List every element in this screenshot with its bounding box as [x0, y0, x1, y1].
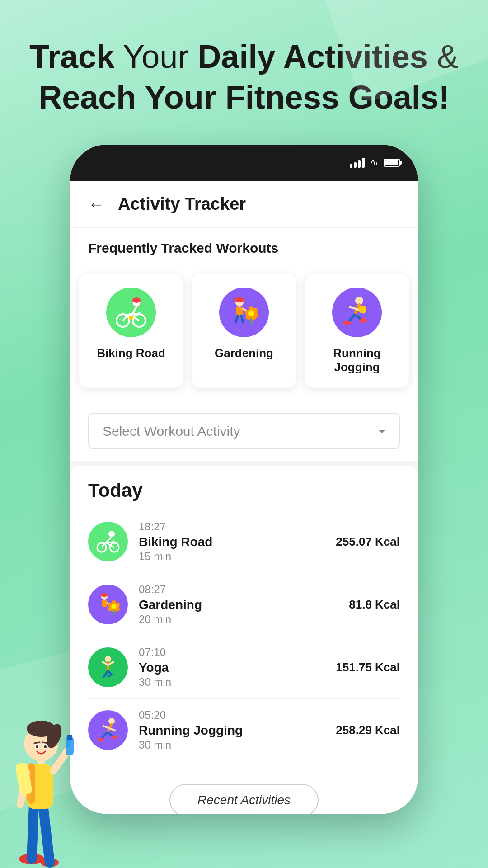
- svg-point-88: [44, 745, 47, 748]
- svg-point-31: [343, 321, 351, 325]
- workout-card-biking[interactable]: Biking Road: [79, 274, 183, 388]
- activity-list: 18:27 Biking Road 15 min 255.07 Kcal: [88, 510, 400, 761]
- svg-point-69: [112, 736, 117, 739]
- activity-name-yoga: Yoga: [139, 660, 325, 675]
- activity-calories-gardening: 81.8 Kcal: [349, 598, 400, 612]
- svg-point-87: [36, 745, 38, 748]
- workout-cards-row: Biking Road: [70, 265, 418, 401]
- svg-line-64: [103, 726, 109, 728]
- hero-your: Your: [123, 38, 197, 75]
- signal-icon: [350, 158, 365, 168]
- notch: [199, 145, 289, 167]
- app-title: Activity Tracker: [118, 194, 246, 214]
- activity-calories-yoga: 151.75 Kcal: [336, 660, 400, 675]
- activity-item-yoga[interactable]: 07:10 Yoga 30 min 151.75 Kcal: [88, 636, 400, 699]
- activity-info-yoga: 07:10 Yoga 30 min: [139, 646, 325, 689]
- wifi-icon: ∿: [370, 157, 378, 169]
- svg-line-40: [106, 537, 112, 542]
- svg-point-34: [108, 531, 115, 537]
- svg-line-67: [107, 732, 113, 736]
- activity-item-running[interactable]: 05:20 Running Jogging 30 min 258.29 Kcal: [88, 699, 400, 761]
- svg-line-41: [112, 541, 114, 542]
- today-section: Today: [70, 466, 418, 775]
- character-illustration: [0, 696, 99, 868]
- workout-activity-select[interactable]: Select Workout Activity Biking Road Gard…: [88, 413, 400, 449]
- svg-line-66: [102, 732, 107, 738]
- back-button[interactable]: ←: [88, 195, 104, 214]
- svg-line-89: [34, 742, 40, 743]
- svg-point-11: [234, 297, 245, 302]
- activity-calories-biking: 255.07 Kcal: [336, 535, 400, 549]
- svg-line-73: [43, 805, 50, 863]
- activity-duration-biking: 15 min: [139, 550, 325, 563]
- gardening-icon-circle: [219, 288, 269, 337]
- running-card-label: Running Jogging: [314, 346, 400, 374]
- svg-rect-12: [236, 307, 243, 316]
- svg-line-24: [241, 316, 243, 322]
- select-container: Select Workout Activity Biking Road Gard…: [70, 401, 418, 461]
- activity-duration-running: 30 min: [139, 739, 325, 751]
- phone-frame: ∿ ← Activity Tracker Frequently Tracked …: [70, 145, 418, 814]
- gardening-card-label: Gardening: [215, 346, 273, 360]
- recent-activities-button[interactable]: Recent Activities: [169, 784, 319, 814]
- svg-point-1: [132, 297, 141, 303]
- biking-icon-circle: [106, 288, 156, 337]
- svg-rect-78: [67, 735, 72, 740]
- svg-line-65: [109, 728, 115, 731]
- app-header: ← Activity Tracker: [70, 181, 418, 228]
- activity-icon-yoga: [88, 647, 128, 687]
- activity-name-gardening: Gardening: [139, 598, 338, 612]
- activity-info-biking: 18:27 Biking Road 15 min: [139, 520, 325, 563]
- activity-info-gardening: 08:27 Gardening 20 min: [139, 583, 338, 626]
- svg-rect-33: [359, 306, 366, 313]
- svg-line-72: [32, 805, 34, 859]
- activity-name-running: Running Jogging: [139, 723, 325, 738]
- status-bar: ∿: [70, 145, 418, 181]
- battery-fill: [385, 160, 398, 165]
- svg-line-76: [53, 750, 68, 771]
- svg-line-23: [236, 316, 238, 322]
- activity-duration-gardening: 20 min: [139, 613, 338, 626]
- bottom-area: Recent Activities: [70, 775, 418, 814]
- activity-time-yoga: 07:10: [139, 646, 325, 659]
- activity-time-running: 05:20: [139, 709, 325, 722]
- activity-item-gardening[interactable]: 08:27 Gardening 20 min 81.8 Kcal: [88, 573, 400, 636]
- workout-card-running[interactable]: Running Jogging: [305, 274, 409, 388]
- hero-track: Track: [29, 38, 114, 75]
- workout-card-gardening[interactable]: Gardening: [192, 274, 296, 388]
- biking-card-label: Biking Road: [97, 346, 165, 360]
- scroll-content: Frequently Tracked Workouts: [70, 228, 418, 814]
- activity-time-gardening: 08:27: [139, 583, 338, 596]
- activity-icon-gardening: [88, 585, 128, 624]
- activity-info-running: 05:20 Running Jogging 30 min: [139, 709, 325, 751]
- svg-line-29: [349, 315, 355, 321]
- activity-time-biking: 18:27: [139, 520, 325, 533]
- activity-duration-yoga: 30 min: [139, 676, 325, 689]
- svg-line-61: [108, 675, 112, 676]
- today-title: Today: [88, 480, 400, 501]
- svg-line-90: [42, 742, 48, 743]
- svg-point-32: [360, 318, 367, 323]
- section-frequently-tracked: Frequently Tracked Workouts: [70, 228, 418, 265]
- status-icons: ∿: [350, 157, 400, 169]
- activity-name-biking: Biking Road: [139, 535, 325, 549]
- battery-icon: [384, 159, 400, 167]
- svg-point-43: [100, 593, 108, 597]
- phone-content: ← Activity Tracker Frequently Tracked Wo…: [70, 181, 418, 814]
- running-icon-circle: [332, 288, 382, 337]
- activity-item-biking[interactable]: 18:27 Biking Road 15 min 255.07 Kcal: [88, 510, 400, 573]
- svg-point-53: [111, 604, 117, 609]
- svg-point-21: [248, 310, 254, 316]
- svg-rect-44: [102, 600, 107, 607]
- svg-line-30: [355, 315, 361, 320]
- activity-calories-running: 258.29 Kcal: [336, 723, 400, 737]
- svg-point-9: [129, 316, 133, 320]
- activity-icon-biking: [88, 522, 128, 561]
